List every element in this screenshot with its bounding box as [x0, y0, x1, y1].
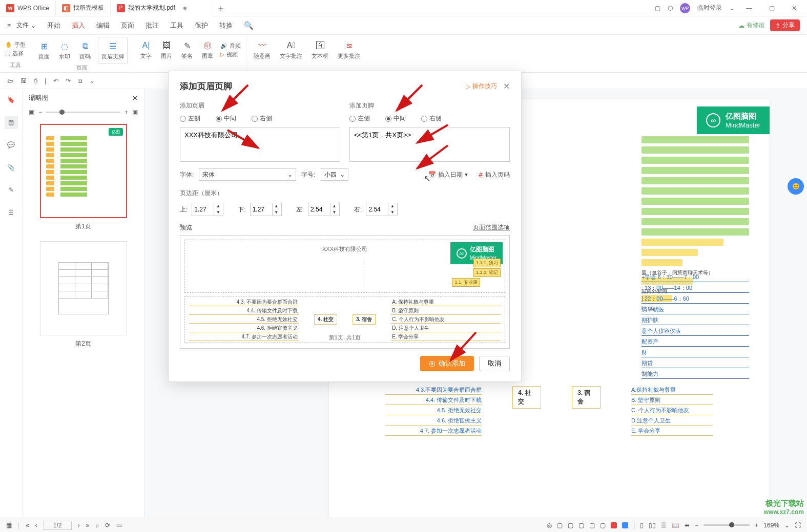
- first-page-button[interactable]: «: [26, 522, 29, 529]
- page-indicator[interactable]: 1/2: [44, 521, 72, 530]
- fullscreen-icon[interactable]: ⛶: [795, 522, 801, 529]
- footer-pos-right[interactable]: 右侧: [421, 114, 442, 123]
- ribbon-textnote[interactable]: Aͯ文字批注: [278, 39, 304, 61]
- hand-tool[interactable]: ✋手型: [5, 41, 26, 49]
- tab-wps[interactable]: W WPS Office: [0, 0, 56, 16]
- ribbon-stamp[interactable]: ㊞图章: [200, 39, 215, 61]
- tab-pdf[interactable]: P 我的大学规划.pdf: [111, 0, 213, 16]
- chevron-down-icon[interactable]: ⌄: [729, 5, 734, 12]
- layout-icon[interactable]: ▢: [655, 5, 660, 12]
- insert-date-button[interactable]: 📅插入日期▾: [428, 171, 468, 179]
- ribbon-watermark[interactable]: ◌水印: [57, 39, 72, 61]
- bookmark-icon[interactable]: 🔖: [5, 93, 18, 107]
- margin-right-input[interactable]: ▲▼: [366, 203, 398, 216]
- menu-start[interactable]: 开始: [47, 21, 60, 30]
- select-tool[interactable]: ⬚选择: [5, 50, 26, 57]
- zoom-value[interactable]: 169%: [763, 522, 779, 529]
- redo-icon[interactable]: ↷: [66, 77, 71, 84]
- footer-pos-center[interactable]: 中间: [385, 114, 406, 123]
- header-pos-center[interactable]: 中间: [216, 114, 236, 123]
- tab-templates[interactable]: ◧ 找稻壳模板: [56, 0, 111, 16]
- red-indicator-icon[interactable]: [611, 522, 617, 528]
- zoom-in-icon[interactable]: ▣: [132, 109, 138, 116]
- continuous-icon[interactable]: ☰: [661, 522, 667, 529]
- avatar[interactable]: WP: [680, 3, 690, 13]
- ribbon-sign[interactable]: ✎签名: [179, 39, 195, 61]
- next-page-button[interactable]: ›: [78, 522, 80, 529]
- ribbon-text[interactable]: A|文字: [138, 39, 154, 61]
- close-window-button[interactable]: ✕: [787, 1, 802, 16]
- book-icon[interactable]: 📖: [672, 522, 679, 529]
- cancel-button[interactable]: 取消: [479, 356, 510, 371]
- attachment-icon[interactable]: 📎: [5, 161, 18, 174]
- ribbon-page[interactable]: ⊞页面: [36, 39, 52, 61]
- cube-icon[interactable]: ⬡: [668, 5, 673, 12]
- menu-edit[interactable]: 编辑: [96, 21, 110, 30]
- size-select[interactable]: 小四⌄: [321, 168, 348, 181]
- header-pos-right[interactable]: 右侧: [252, 114, 272, 123]
- chevron-down-icon[interactable]: ⌄: [784, 522, 790, 529]
- twopage-icon[interactable]: ▯▯: [649, 522, 656, 529]
- view2-icon[interactable]: ▢: [557, 522, 563, 529]
- undo-icon[interactable]: ↶: [53, 77, 58, 84]
- share-button[interactable]: ⇪分享: [770, 19, 800, 31]
- margin-left-input[interactable]: ▲▼: [308, 203, 340, 216]
- view1-icon[interactable]: ◎: [547, 522, 552, 529]
- blue-indicator-icon[interactable]: [622, 522, 628, 528]
- header-text-input[interactable]: [180, 127, 340, 162]
- maximize-button[interactable]: ▢: [764, 1, 779, 16]
- ribbon-video[interactable]: ▷视频: [220, 51, 241, 58]
- ribbon-more[interactable]: ≋更多批注: [336, 39, 362, 61]
- footer-pos-left[interactable]: 左侧: [349, 114, 370, 123]
- view4-icon[interactable]: ▢: [578, 522, 584, 529]
- insert-pageno-button[interactable]: #̲插入页码: [478, 171, 510, 179]
- fitwidth-icon[interactable]: ⬌: [685, 522, 690, 529]
- file-menu[interactable]: ≡ 文件 ⌄: [7, 21, 36, 30]
- fit-icon[interactable]: ▭: [116, 522, 122, 529]
- view6-icon[interactable]: ▢: [600, 522, 606, 529]
- search-icon[interactable]: 🔍: [244, 21, 254, 30]
- ribbon-headerfooter[interactable]: ☰页眉页脚: [98, 37, 128, 64]
- print-icon[interactable]: ⎙: [34, 77, 37, 84]
- chevron-down-icon[interactable]: ⌄: [90, 77, 95, 84]
- tips-link[interactable]: ▷操作技巧: [466, 82, 497, 91]
- thumbnails-icon[interactable]: ▤: [5, 116, 18, 129]
- view3-icon[interactable]: ▢: [568, 522, 573, 529]
- header-pos-left[interactable]: 左侧: [180, 114, 200, 123]
- edit-icon[interactable]: ✎: [5, 183, 18, 197]
- thumb-zoom-slider[interactable]: [46, 112, 120, 113]
- menu-insert[interactable]: 插入: [72, 21, 85, 30]
- menu-tools[interactable]: 工具: [170, 21, 183, 30]
- prev-page-button[interactable]: ‹: [35, 522, 37, 529]
- open-icon[interactable]: 🗁: [7, 77, 13, 84]
- font-select[interactable]: 宋体⌄: [199, 168, 296, 181]
- page-range-link[interactable]: 页面范围选项: [473, 223, 510, 232]
- menu-convert[interactable]: 转换: [219, 21, 233, 30]
- login-label[interactable]: 临时登录: [697, 4, 722, 12]
- menu-protect[interactable]: 保护: [195, 21, 208, 30]
- confirm-button[interactable]: ⦿确认添加: [420, 356, 474, 371]
- close-panel-icon[interactable]: ✕: [132, 94, 138, 102]
- thumb-page-1[interactable]: 亿图 第1页: [29, 124, 138, 231]
- menu-annotate[interactable]: 批注: [146, 21, 159, 30]
- grid-icon[interactable]: ▦: [6, 522, 12, 529]
- thumb-page-2[interactable]: 第2页: [29, 241, 138, 348]
- copy-icon[interactable]: ⧉: [78, 77, 82, 84]
- save-icon[interactable]: 🖫: [20, 77, 27, 84]
- last-page-button[interactable]: »: [86, 522, 90, 529]
- dialog-close-button[interactable]: ✕: [503, 81, 510, 91]
- ribbon-image[interactable]: 🖼图片: [159, 39, 174, 61]
- minimize-button[interactable]: —: [741, 1, 757, 16]
- layers-icon[interactable]: ☰: [5, 206, 18, 219]
- ribbon-pagenumber[interactable]: ⧉页码: [77, 39, 93, 61]
- new-tab-button[interactable]: ＋: [213, 2, 229, 14]
- zoom-out-icon[interactable]: ▣: [29, 109, 34, 116]
- singlepage-icon[interactable]: ▯: [640, 522, 644, 529]
- zoom-slider[interactable]: [703, 524, 750, 526]
- ribbon-freehand[interactable]: 〰随意画: [252, 39, 273, 61]
- margin-bottom-input[interactable]: ▲▼: [250, 203, 282, 216]
- ribbon-audio[interactable]: 🔊音频: [220, 42, 241, 50]
- refresh-icon[interactable]: ⟳: [105, 522, 110, 529]
- assistant-icon[interactable]: 😊: [788, 178, 804, 195]
- ribbon-textbox[interactable]: 🄰文本框: [309, 39, 330, 61]
